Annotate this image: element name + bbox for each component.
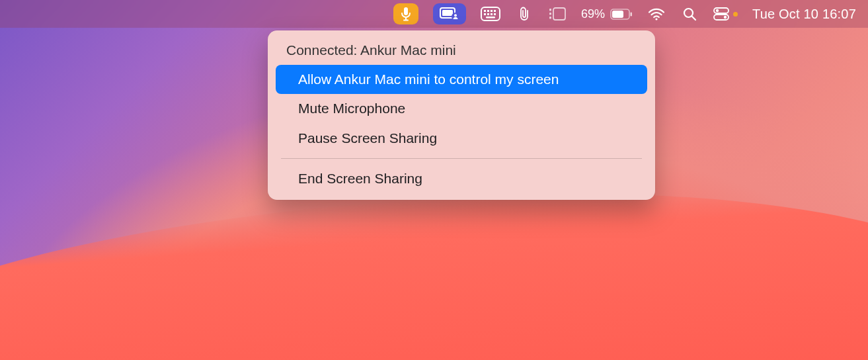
menu-item-end-screen-sharing[interactable]: End Screen Sharing <box>276 164 647 193</box>
svg-rect-20 <box>553 8 565 20</box>
svg-rect-19 <box>549 17 551 19</box>
keyboard-icon <box>481 7 500 21</box>
screen-sharing-dropdown: Connected: Ankur Mac mini Allow Ankur Ma… <box>268 30 655 200</box>
svg-rect-8 <box>484 10 486 12</box>
spotlight-menu[interactable] <box>680 0 699 28</box>
battery-percent-label: 69% <box>581 7 605 21</box>
paperclip-icon <box>518 6 530 22</box>
battery-icon <box>610 9 633 20</box>
svg-rect-14 <box>491 13 493 15</box>
stage-manager-menu[interactable] <box>548 0 567 28</box>
wifi-icon <box>648 7 665 21</box>
menu-item-mute-microphone[interactable]: Mute Microphone <box>276 94 647 123</box>
voice-memo-indicator[interactable] <box>393 3 418 24</box>
svg-point-24 <box>655 18 657 20</box>
svg-rect-11 <box>494 10 496 12</box>
svg-rect-4 <box>442 10 453 16</box>
menu-bar: 69% <box>0 0 868 28</box>
svg-rect-22 <box>612 11 623 18</box>
svg-rect-13 <box>487 13 489 15</box>
svg-rect-0 <box>404 7 408 15</box>
svg-rect-12 <box>484 13 486 15</box>
svg-rect-15 <box>494 13 496 15</box>
search-icon <box>682 7 697 21</box>
menu-item-pause-screen-sharing[interactable]: Pause Screen Sharing <box>276 124 647 153</box>
menu-item-allow-control[interactable]: Allow Ankur Mac mini to control my scree… <box>276 65 647 94</box>
svg-rect-16 <box>486 17 495 19</box>
svg-rect-9 <box>487 10 489 12</box>
svg-point-6 <box>454 14 457 17</box>
clock-label: Tue Oct 10 16:07 <box>752 7 856 22</box>
battery-menu[interactable]: 69% <box>581 0 633 28</box>
control-center-icon <box>713 7 729 21</box>
svg-line-26 <box>692 17 696 21</box>
dropdown-header: Connected: Ankur Mac mini <box>272 37 651 65</box>
screen-sharing-indicator[interactable] <box>433 3 466 24</box>
svg-rect-17 <box>549 9 551 11</box>
svg-point-30 <box>724 16 727 19</box>
svg-rect-23 <box>631 12 633 16</box>
stage-manager-icon <box>549 7 566 21</box>
notification-dot-icon <box>733 12 738 17</box>
keyboard-viewer-menu[interactable] <box>481 0 500 28</box>
svg-point-28 <box>716 9 719 12</box>
clock-menu[interactable]: Tue Oct 10 16:07 <box>752 0 856 28</box>
menu-separator <box>281 158 642 159</box>
microphone-icon <box>400 7 412 21</box>
screen-share-icon <box>440 7 459 21</box>
svg-rect-18 <box>549 13 551 15</box>
control-center-menu[interactable] <box>713 0 738 28</box>
desktop-wallpaper: 69% <box>0 0 868 360</box>
attachment-menu[interactable] <box>515 0 533 28</box>
svg-rect-10 <box>491 10 493 12</box>
wifi-menu[interactable] <box>647 0 666 28</box>
